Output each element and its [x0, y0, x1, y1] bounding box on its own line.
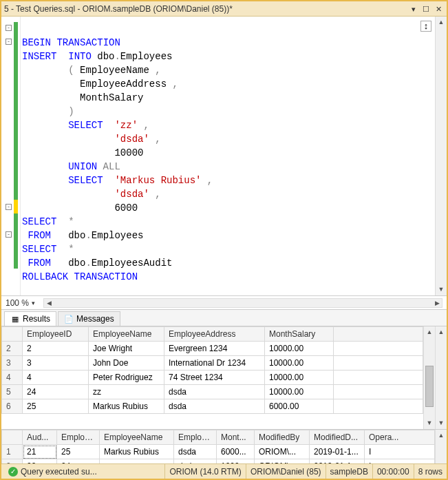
- scroll-up-icon[interactable]: ▲: [436, 326, 447, 338]
- titlebar: 5 - Test Queries.sql - ORIOM.sampleDB (O…: [1, 1, 447, 17]
- scroll-right-icon[interactable]: ▶: [432, 300, 442, 306]
- table-header-row: EmployeeID EmployeeName EmployeeAddress …: [2, 327, 423, 342]
- success-icon: ✓: [8, 467, 18, 477]
- col-header[interactable]: EmployeeID: [23, 327, 89, 342]
- col-header[interactable]: Employ...: [57, 430, 100, 445]
- col-header[interactable]: EmployeeName: [100, 430, 174, 445]
- status-rows: 8 rows: [414, 464, 447, 479]
- col-header[interactable]: Mont...: [217, 430, 255, 445]
- col-header[interactable]: ModifiedBy: [255, 430, 310, 445]
- scroll-left-icon[interactable]: ◀: [44, 300, 54, 306]
- table-row[interactable]: 1 21 25Markus Rubius dsda6000... ORIOM\.…: [2, 445, 435, 459]
- scroll-down-icon[interactable]: ▼: [424, 417, 435, 429]
- close-button[interactable]: ✕: [433, 4, 444, 14]
- col-header[interactable]: MonthSalary: [265, 327, 334, 342]
- statusbar: ✓ Query executed su... ORIOM (14.0 RTM) …: [1, 463, 447, 479]
- col-header[interactable]: EmployeeAddress: [164, 327, 265, 342]
- editor-vertical-scrollbar[interactable]: ▲ ▼: [435, 17, 447, 295]
- scroll-up-icon[interactable]: ▲: [424, 326, 435, 338]
- fold-icon[interactable]: -: [6, 39, 12, 45]
- fold-icon[interactable]: -: [6, 25, 12, 31]
- col-header[interactable]: Employ...: [174, 430, 217, 445]
- rownum-header[interactable]: [2, 430, 23, 445]
- col-header[interactable]: Aud...: [23, 430, 57, 445]
- scroll-up-icon[interactable]: ▲: [436, 430, 447, 441]
- status-message: Query executed su...: [21, 467, 97, 477]
- table-row[interactable]: 2 2Joe Wright Evergreen 123410000.00: [2, 342, 423, 356]
- status-time: 00:00:00: [372, 464, 414, 479]
- maximize-button[interactable]: ☐: [420, 4, 431, 14]
- grid2-vertical-scrollbar[interactable]: ▲ ▼: [435, 430, 447, 463]
- window-title: 5 - Test Queries.sql - ORIOM.sampleDB (O…: [4, 4, 407, 14]
- results-tabbar: ▦ Results 📄 Messages: [1, 310, 447, 326]
- results-grid-1[interactable]: EmployeeID EmployeeName EmployeeAddress …: [1, 326, 423, 414]
- splitter-vertical-scrollbar[interactable]: ▲ ▼: [435, 326, 447, 429]
- sql-editor[interactable]: - - - - ↕ BEGIN TRANSACTION INSERT INTO …: [1, 17, 447, 296]
- results-grid-2-wrap: Aud... Employ... EmployeeName Employ... …: [1, 430, 447, 463]
- scroll-up-icon[interactable]: ▲: [436, 17, 447, 28]
- status-user: ORIOM\Daniel (85): [246, 464, 326, 479]
- col-header[interactable]: EmployeeName: [89, 327, 164, 342]
- col-header[interactable]: ModifiedD...: [310, 430, 365, 445]
- results-grid-1-wrap: EmployeeID EmployeeName EmployeeAddress …: [1, 326, 447, 430]
- results-grid-2[interactable]: Aud... Employ... EmployeeName Employ... …: [1, 430, 435, 463]
- editor-content[interactable]: BEGIN TRANSACTION INSERT INTO dbo.Employ…: [22, 22, 434, 295]
- table-header-row: Aud... Employ... EmployeeName Employ... …: [2, 430, 435, 445]
- tab-messages[interactable]: 📄 Messages: [58, 311, 120, 326]
- status-db: sampleDB: [326, 464, 372, 479]
- col-header[interactable]: Opera...: [365, 430, 435, 445]
- table-row[interactable]: 4 4Peter Rodriguez 74 Street 123410000.0…: [2, 371, 423, 385]
- col-header-blank: [334, 327, 423, 342]
- zoom-level[interactable]: 100 %: [6, 298, 29, 308]
- zoom-bar: 100 % ▾ ◀ ▶: [1, 296, 447, 310]
- results-area: EmployeeID EmployeeName EmployeeAddress …: [1, 326, 447, 463]
- status-server: ORIOM (14.0 RTM): [164, 464, 245, 479]
- editor-horizontal-scrollbar[interactable]: ◀ ▶: [43, 298, 442, 308]
- dropdown-button[interactable]: ▾: [408, 4, 419, 14]
- table-row[interactable]: 5 24zz dsda10000.00: [2, 385, 423, 399]
- results-grid-icon: ▦: [10, 314, 20, 324]
- table-row[interactable]: 3 3John Doe International Dr 123410000.0…: [2, 356, 423, 371]
- fold-icon[interactable]: -: [6, 204, 12, 210]
- selected-cell: 21: [23, 445, 57, 459]
- zoom-dropdown-icon[interactable]: ▾: [32, 300, 35, 306]
- messages-icon: 📄: [64, 314, 74, 324]
- editor-gutter: - - - -: [1, 17, 21, 295]
- tab-results[interactable]: ▦ Results: [4, 311, 56, 326]
- scroll-down-icon[interactable]: ▼: [436, 417, 447, 429]
- grid1-vertical-scrollbar[interactable]: ▲ ▼: [423, 326, 435, 429]
- fold-icon[interactable]: -: [6, 231, 12, 238]
- rownum-header[interactable]: [2, 327, 23, 342]
- scroll-down-icon[interactable]: ▼: [436, 284, 447, 295]
- table-row[interactable]: 6 25Markus Rubius dsda6000.00: [2, 399, 423, 414]
